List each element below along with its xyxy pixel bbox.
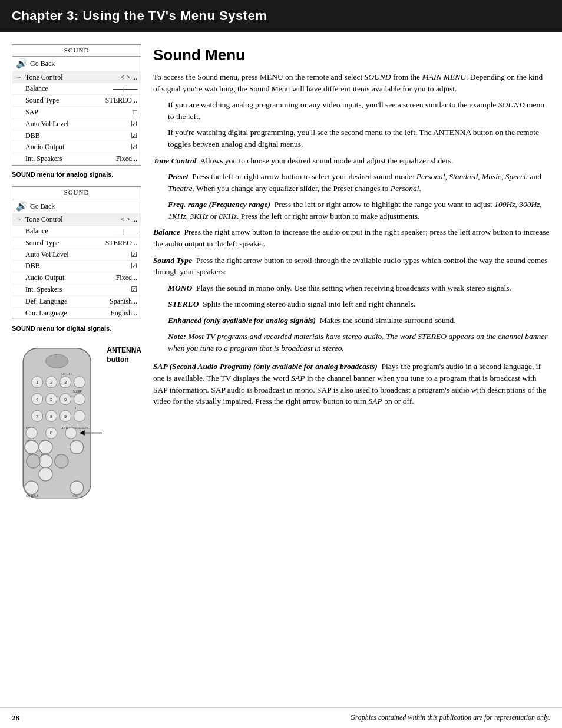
digital-int-speakers-row: Int. Speakers bbox=[12, 284, 141, 296]
analog-menu-title: SOUND bbox=[12, 45, 141, 57]
audio-output-label: Audio Output bbox=[24, 142, 102, 152]
svg-point-35 bbox=[70, 440, 84, 454]
digital-menu-title: SOUND bbox=[12, 187, 141, 199]
svg-text:7: 7 bbox=[36, 413, 38, 419]
preset-term: Preset bbox=[168, 172, 189, 181]
speaker-icon: 🔊 bbox=[16, 57, 28, 70]
analog-dbb-row: DBB bbox=[12, 130, 141, 142]
footer: 28 Graphics contained within this public… bbox=[0, 707, 562, 728]
svg-point-27 bbox=[26, 427, 37, 439]
tone-control-value: < > ... bbox=[102, 73, 137, 83]
digital-sound-type-label: Sound Type bbox=[24, 238, 102, 248]
analog-menu-speaker-row: 🔊 Go Back bbox=[12, 57, 141, 71]
digital-audio-output-label: Audio Output bbox=[24, 273, 102, 283]
analog-int-speakers-row: Int. Speakers Fixed... bbox=[12, 153, 141, 165]
right-column: Sound Menu To access the Sound menu, pre… bbox=[153, 44, 550, 515]
digital-tone-value: < > ... bbox=[102, 215, 137, 225]
digital-auto-vol-row: Auto Vol Level bbox=[12, 249, 141, 261]
footer-note: Graphics contained within this publicati… bbox=[350, 713, 550, 723]
analog-tone-control-row: → Tone Control < > ... bbox=[12, 72, 141, 84]
svg-text:5: 5 bbox=[50, 397, 52, 402]
digital-dbb-label: DBB bbox=[24, 261, 102, 271]
svg-point-33 bbox=[25, 440, 38, 454]
audio-output-value bbox=[102, 142, 137, 152]
digital-dbb-value bbox=[102, 261, 137, 271]
auto-vol-label: Auto Vol Level bbox=[24, 119, 102, 129]
freq-term: Freq. range (Frequency range) bbox=[168, 200, 270, 209]
svg-text:6: 6 bbox=[64, 397, 67, 402]
antenna-label-line2: button bbox=[107, 355, 141, 365]
left-column: SOUND 🔊 Go Back → Tone Control < > ... B… bbox=[12, 44, 141, 515]
analog-menu-caption: SOUND menu for analog signals. bbox=[12, 170, 141, 179]
svg-text:GO BACK: GO BACK bbox=[26, 495, 39, 498]
analog-go-back: Go Back bbox=[30, 59, 55, 69]
digital-menu-speaker-row: 🔊 Go Back bbox=[12, 199, 141, 214]
svg-text:FAV: FAV bbox=[72, 495, 78, 498]
svg-text:1: 1 bbox=[36, 380, 38, 385]
digital-auto-vol-label: Auto Vol Level bbox=[24, 250, 102, 260]
balance-term: Balance bbox=[153, 228, 180, 236]
antenna-button-label: ANTENNA button bbox=[107, 345, 141, 365]
auto-vol-value bbox=[102, 119, 137, 129]
sap-paragraph: SAP (Second Audio Program) (only availab… bbox=[153, 361, 550, 407]
digital-balance-value: ------|--------- bbox=[102, 227, 137, 236]
digital-tone-label: Tone Control bbox=[24, 215, 102, 225]
dbb-value bbox=[102, 131, 137, 141]
arrow-icon-2: → bbox=[16, 216, 24, 224]
svg-text:4: 4 bbox=[36, 397, 39, 402]
digital-cur-lang-row: Cur. Language English... bbox=[12, 308, 141, 319]
remote-control-image: ON-OFF 1 2 3 SLEEP 4 5 bbox=[12, 345, 102, 515]
sound-type-label: Sound Type bbox=[24, 95, 102, 106]
svg-text:3: 3 bbox=[64, 380, 67, 385]
analog-audio-output-row: Audio Output bbox=[12, 141, 141, 153]
tone-control-label: Tone Control bbox=[24, 73, 102, 83]
svg-text:SLEEP: SLEEP bbox=[72, 390, 81, 393]
analog-balance-row: Balance ------|--------- bbox=[12, 83, 141, 95]
digital-cur-lang-value: English... bbox=[102, 308, 137, 318]
balance-value: ------|--------- bbox=[102, 84, 137, 93]
svg-point-46 bbox=[25, 481, 38, 495]
digital-audio-output-value: Fixed... bbox=[102, 273, 137, 283]
svg-point-45 bbox=[39, 467, 52, 481]
digital-audio-output-row: Audio Output Fixed... bbox=[12, 272, 141, 284]
digital-auto-vol-value bbox=[102, 250, 137, 260]
svg-point-41 bbox=[27, 454, 40, 468]
speaker-icon-2: 🔊 bbox=[16, 200, 28, 213]
svg-text:8: 8 bbox=[50, 413, 52, 419]
svg-text:9: 9 bbox=[64, 413, 67, 419]
int-speakers-value: Fixed... bbox=[102, 154, 137, 164]
svg-point-17 bbox=[74, 393, 85, 404]
svg-point-39 bbox=[39, 454, 52, 468]
intro-paragraph-2: If you are watching analog programming o… bbox=[168, 99, 550, 122]
analog-auto-vol-row: Auto Vol Level bbox=[12, 118, 141, 130]
sap-heading: SAP (Second Audio Program) (only availab… bbox=[153, 362, 378, 371]
digital-balance-label: Balance bbox=[24, 226, 102, 236]
freq-paragraph: Freq. range (Frequency range) Press the … bbox=[168, 199, 550, 222]
svg-point-31 bbox=[65, 427, 77, 439]
intro-paragraph-3: If you're watching digital programming, … bbox=[168, 127, 550, 150]
digital-balance-row: Balance ------|--------- bbox=[12, 226, 141, 238]
digital-def-lang-row: Def. Language Spanish... bbox=[12, 296, 141, 308]
digital-menu-caption: SOUND menu for digital signals. bbox=[12, 324, 141, 333]
sound-type-term: Sound Type bbox=[153, 256, 192, 265]
dbb-label: DBB bbox=[24, 131, 102, 141]
digital-sound-type-row: Sound Type STEREO... bbox=[12, 238, 141, 249]
sap-value bbox=[102, 107, 137, 117]
svg-text:2: 2 bbox=[50, 380, 52, 385]
analog-sound-menu: SOUND 🔊 Go Back → Tone Control < > ... B… bbox=[12, 44, 141, 166]
svg-text:0: 0 bbox=[50, 430, 52, 436]
mono-paragraph: MONO Plays the sound in mono only. Use t… bbox=[168, 282, 550, 294]
svg-point-9 bbox=[74, 376, 85, 387]
tone-control-term: Tone Control bbox=[153, 156, 196, 165]
balance-paragraph: Balance Press the right arrow button to … bbox=[153, 226, 550, 249]
stereo-paragraph: STEREO Splits the incoming stereo audio … bbox=[168, 298, 550, 310]
svg-point-25 bbox=[74, 410, 85, 421]
digital-def-lang-value: Spanish... bbox=[102, 297, 137, 307]
tone-control-paragraph: Tone Control Allows you to choose your d… bbox=[153, 155, 550, 167]
digital-tone-control-row: → Tone Control < > ... bbox=[12, 214, 141, 226]
note-paragraph: Note: Most TV programs and recorded mate… bbox=[168, 331, 550, 354]
enhanced-term: Enhanced (only available for analog sign… bbox=[168, 316, 316, 325]
analog-sound-type-row: Sound Type STEREO... bbox=[12, 95, 141, 107]
chapter-header: Chapter 3: Using the TV's Menu System bbox=[0, 0, 562, 32]
int-speakers-label: Int. Speakers bbox=[24, 154, 102, 164]
